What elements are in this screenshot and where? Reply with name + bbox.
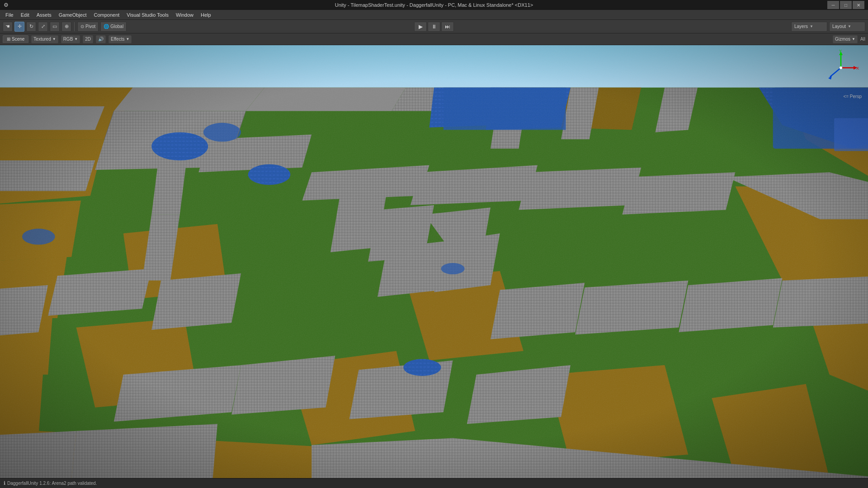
persp-label: <= Persp: [843, 94, 862, 99]
menu-help[interactable]: Help: [197, 10, 215, 19]
right-toolbar: Layers ▼ Layout ▼: [791, 22, 865, 32]
play-button[interactable]: ▶: [414, 22, 427, 32]
scene-tab[interactable]: ⊞ Scene: [3, 35, 28, 43]
mode-2d-label: 2D: [85, 37, 91, 42]
audio-toggle[interactable]: 🔊: [96, 35, 106, 43]
effects-label: Effects: [111, 37, 124, 42]
effects-dropdown[interactable]: Effects ▼: [108, 35, 132, 43]
transform-tool-button[interactable]: ⊕: [61, 22, 71, 32]
scene-svg: [0, 45, 868, 478]
display-dropdown[interactable]: Textured ▼: [31, 35, 58, 43]
window-controls[interactable]: ─ □ ✕: [827, 1, 864, 9]
menu-visual-studio-tools[interactable]: Visual Studio Tools: [123, 10, 172, 19]
audio-icon: 🔊: [98, 37, 104, 42]
status-bar: ℹ DaggerfallUnity 1.2.6: Arena2 path val…: [0, 478, 868, 488]
minimize-button[interactable]: ─: [827, 1, 839, 9]
menu-file[interactable]: File: [2, 10, 17, 19]
global-icon: 🌐: [104, 24, 109, 29]
menu-window[interactable]: Window: [172, 10, 197, 19]
status-icon: ℹ: [4, 480, 5, 486]
gizmos-label: Gizmos: [835, 37, 850, 42]
svg-text:X: X: [856, 66, 859, 70]
global-button[interactable]: 🌐 Global: [100, 22, 127, 32]
menu-bar: File Edit Assets GameObject Component Vi…: [0, 10, 868, 20]
color-label: RGB: [63, 37, 73, 42]
right-scene-toolbar: Gizmos ▼ All: [833, 35, 865, 43]
pause-button[interactable]: ⏸: [428, 22, 440, 32]
status-message: DaggerfallUnity 1.2.6: Arena2 path valid…: [7, 481, 97, 486]
global-label: Global: [110, 24, 123, 29]
toolbar-separator-1: [74, 22, 75, 31]
title-bar-app-icon: ⚙: [4, 2, 9, 8]
scene-canvas: X Y <= Persp: [0, 45, 868, 478]
svg-point-21: [840, 66, 842, 69]
effects-arrow-icon: ▼: [126, 37, 129, 41]
layers-arrow-icon: ▼: [810, 24, 813, 28]
playback-controls: ▶ ⏸ ⏭: [414, 22, 454, 32]
svg-text:Y: Y: [839, 50, 842, 53]
gizmos-all-label: All: [860, 37, 865, 42]
scene-tab-label: Scene: [12, 37, 24, 42]
layout-label: Layout: [832, 24, 846, 29]
gizmos-dropdown[interactable]: Gizmos ▼: [833, 35, 858, 43]
maximize-button[interactable]: □: [840, 1, 852, 9]
menu-gameobject[interactable]: GameObject: [55, 10, 90, 19]
title-bar-title: Unity - TilemapShaderTest.unity - Dagger…: [335, 2, 533, 8]
gizmos-arrow-icon: ▼: [852, 37, 855, 41]
display-arrow-icon: ▼: [52, 37, 56, 41]
rotate-tool-button[interactable]: ↻: [26, 22, 36, 32]
layout-dropdown[interactable]: Layout ▼: [829, 22, 865, 32]
scene-tab-icon: ⊞: [7, 37, 10, 42]
hand-tool-button[interactable]: ☚: [3, 22, 13, 32]
pivot-label: Pivot: [85, 24, 95, 29]
rect-tool-button[interactable]: ▭: [50, 22, 60, 32]
gizmo-overlay: X Y: [823, 50, 859, 86]
svg-line-17: [830, 68, 841, 77]
close-button[interactable]: ✕: [853, 1, 864, 9]
color-dropdown[interactable]: RGB ▼: [61, 35, 80, 43]
scale-tool-button[interactable]: ⤢: [38, 22, 48, 32]
step-button[interactable]: ⏭: [441, 22, 454, 32]
layout-arrow-icon: ▼: [848, 24, 851, 28]
display-label: Textured: [33, 37, 51, 42]
menu-edit[interactable]: Edit: [17, 10, 33, 19]
layers-label: Layers: [794, 24, 808, 29]
gizmo-svg: X Y: [823, 50, 859, 86]
title-bar: ⚙ Unity - TilemapShaderTest.unity - Dagg…: [0, 0, 868, 10]
scene-toolbar: ⊞ Scene Textured ▼ RGB ▼ 2D 🔊 Effects ▼ …: [0, 33, 868, 45]
menu-component[interactable]: Component: [90, 10, 123, 19]
layers-dropdown[interactable]: Layers ▼: [791, 22, 827, 32]
pivot-icon: ⊙: [80, 24, 84, 29]
move-tool-button[interactable]: ✛: [14, 22, 24, 32]
color-arrow-icon: ▼: [74, 37, 78, 41]
menu-assets[interactable]: Assets: [33, 10, 55, 19]
main-toolbar: ☚ ✛ ↻ ⤢ ▭ ⊕ ⊙ Pivot 🌐 Global ▶ ⏸ ⏭ Layer…: [0, 20, 868, 33]
mode-2d-dropdown[interactable]: 2D: [83, 35, 93, 43]
vignette: [0, 45, 868, 478]
scene-view[interactable]: X Y <= Persp: [0, 45, 868, 478]
pivot-button[interactable]: ⊙ Pivot: [77, 22, 99, 32]
